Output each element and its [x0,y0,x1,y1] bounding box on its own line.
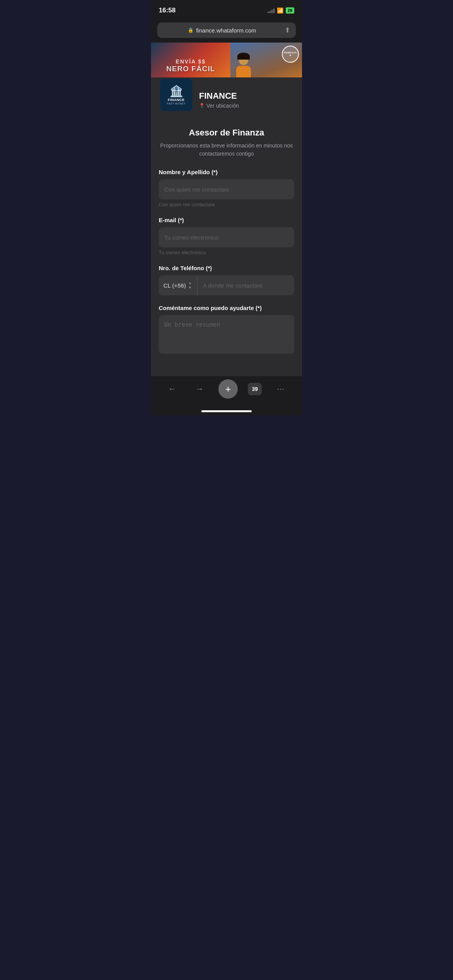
comment-field-group: Coméntame como puedo ayudarte (*) [159,305,294,355]
menu-button[interactable]: ··· [272,380,289,397]
logo-coin-icon: 🏦 [170,85,183,98]
form-title: Asesor de Finanza [159,128,294,138]
name-field-group: Nombre y Apellido (*) Con quien me conta… [159,169,294,207]
logo-tagline: FAST MONEY [167,102,185,105]
url-label: finance.whataform.com [196,27,256,34]
back-button[interactable]: ← [164,380,181,397]
wifi-icon: 📶 [277,7,283,14]
phone-country-label: CL (+56) [163,282,186,289]
remesas-badge: REMESAS★ [282,46,299,63]
forward-button[interactable]: → [191,380,208,397]
page-content: ENVÍA $$ NERO FÁCIL REMESAS★ 🏦 FINANCE [151,43,302,376]
add-tab-button[interactable]: + [218,379,238,399]
email-label: E-mail (*) [159,217,294,223]
profile-name: FINANCE [199,91,294,101]
phone-country-arrows: ▲ ▼ [188,281,192,290]
browser-bar: 🔒 finance.whataform.com ⬆ [151,19,302,43]
profile-logo: 🏦 FINANCE FAST MONEY [159,77,194,112]
name-label: Nombre y Apellido (*) [159,169,294,175]
form-section: Asesor de Finanza Proporcionanos esta br… [151,120,302,376]
banner-facil-text: NERO FÁCIL [166,65,215,73]
tab-count: 39 [252,386,258,392]
comment-textarea[interactable] [159,315,294,354]
url-text: 🔒 finance.whataform.com [163,27,281,34]
lock-icon: 🔒 [188,27,194,33]
email-input[interactable] [159,227,294,247]
logo-name: FINANCE [168,98,185,102]
status-bar: 16:58 📶 29 [151,0,302,19]
location-pin-icon: 📍 [199,103,205,108]
profile-info: FINANCE 📍 Ver ubicación [199,77,294,109]
home-indicator [201,410,252,412]
battery-icon: 29 [286,7,294,14]
phone-field-group: Nro. de Teléfono (*) CL (+56) ▲ ▼ [159,265,294,295]
profile-section: 🏦 FINANCE FAST MONEY FINANCE 📍 Ver ubica… [151,77,302,120]
status-icons: 📶 29 [268,7,294,14]
signal-icon [268,8,275,13]
name-input[interactable] [159,179,294,199]
form-subtitle: Proporcionanos esta breve información en… [159,142,294,158]
phone-country-selector[interactable]: CL (+56) ▲ ▼ [159,275,197,295]
name-hint: Con quien me contactare [159,202,294,207]
share-button[interactable]: ⬆ [285,26,290,34]
home-indicator-wrap [151,408,302,415]
comment-label: Coméntame como puedo ayudarte (*) [159,305,294,311]
email-hint: Tu correo electrónico [159,250,294,255]
phone-label: Nro. de Teléfono (*) [159,265,294,271]
phone-number-input[interactable] [197,275,294,295]
tabs-button[interactable]: 39 [248,383,262,395]
status-time: 16:58 [159,7,175,14]
location-label: Ver ubicación [206,103,239,109]
email-field-group: E-mail (*) Tu correo electrónico [159,217,294,255]
banner-envia-text: ENVÍA $$ [166,58,215,65]
phone-row: CL (+56) ▲ ▼ [159,275,294,295]
bottom-nav: ← → + 39 ··· [151,376,302,408]
profile-location[interactable]: 📍 Ver ubicación [199,103,294,109]
url-bar[interactable]: 🔒 finance.whataform.com ⬆ [157,22,296,38]
